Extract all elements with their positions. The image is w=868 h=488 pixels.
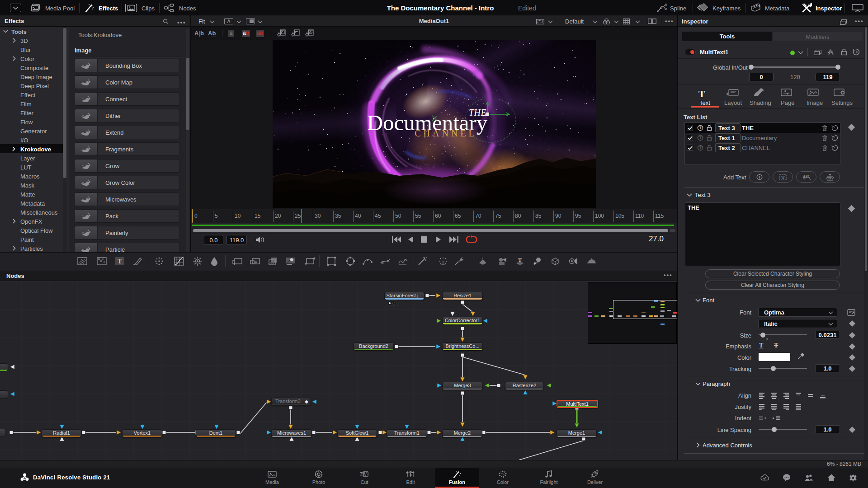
svg-text:T: T <box>699 126 702 130</box>
svg-text:T: T <box>699 136 702 140</box>
svg-text:T: T <box>781 174 785 180</box>
svg-text:T: T <box>699 145 702 150</box>
svg-text:T: T <box>518 257 522 263</box>
svg-text:T: T <box>118 258 122 265</box>
svg-text:T: T <box>758 175 761 179</box>
